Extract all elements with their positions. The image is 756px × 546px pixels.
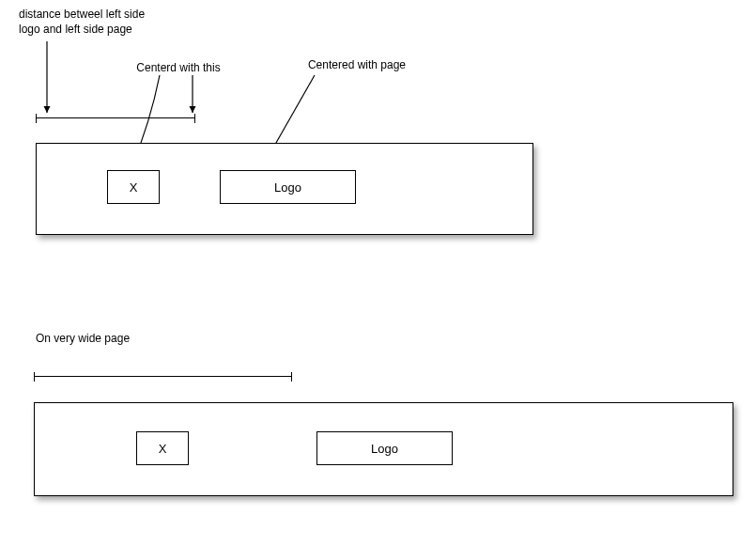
annotation-wide-page: On very wide page	[36, 332, 130, 347]
annotation-centered-with-page: Centered with page	[291, 58, 423, 73]
annotation-text: On very wide page	[36, 332, 130, 345]
annotation-text: distance betweel left side logo and left…	[19, 8, 145, 36]
x-label: X	[130, 180, 138, 195]
annotation-text: Centered with page	[308, 58, 406, 71]
annotation-distance-left: distance betweel left side logo and left…	[19, 8, 178, 37]
logo-box-wide: Logo	[316, 431, 453, 465]
page-box-wide: X Logo	[34, 402, 733, 496]
x-box: X	[107, 170, 160, 204]
x-box-wide: X	[136, 431, 189, 465]
logo-label: Logo	[274, 180, 301, 195]
logo-box: Logo	[220, 170, 356, 204]
page-box-narrow: X Logo	[36, 143, 533, 235]
annotation-text: Centerd with this	[136, 61, 220, 74]
logo-label: Logo	[371, 442, 398, 456]
x-label: X	[159, 442, 167, 456]
annotation-centered-with-this: Centerd with this	[127, 61, 230, 76]
dimension-line-top	[36, 117, 195, 121]
dimension-line-wide	[34, 376, 292, 380]
